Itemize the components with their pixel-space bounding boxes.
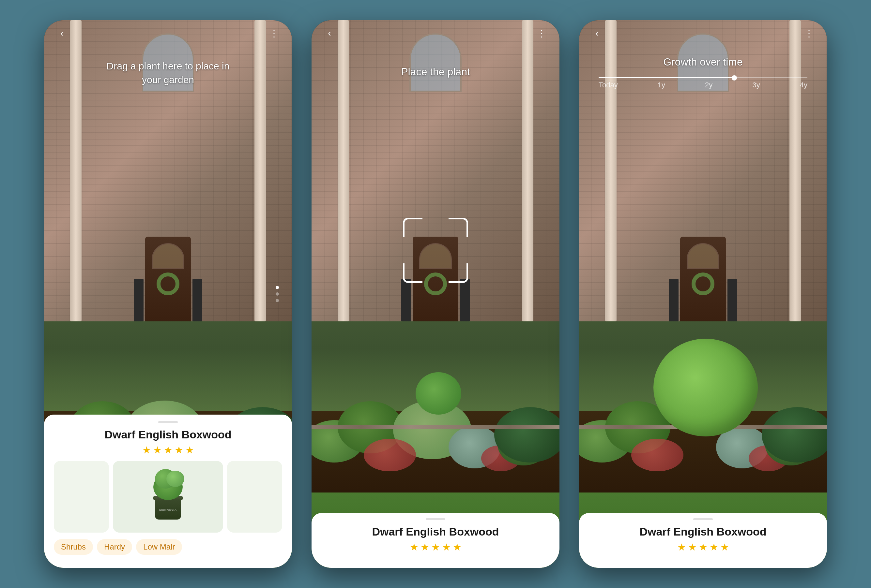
pot-label: MONROVIA — [159, 508, 177, 511]
plant-image-center: MONROVIA — [113, 461, 223, 533]
plant-image-left — [54, 461, 109, 533]
star-1: ★ — [142, 444, 151, 456]
timeline-labels: Today 1y 2y 3y 4y — [599, 81, 807, 89]
plant-tags: Shrubs Hardy Low Mair — [54, 539, 282, 555]
back-button[interactable]: ‹ — [321, 25, 338, 42]
pot-body: MONROVIA — [155, 500, 181, 519]
star-5: ★ — [185, 444, 194, 456]
phone-screen2: ‹ ⋮ Place the plant Dwarf English Boxwoo… — [311, 20, 560, 568]
corner-bl — [403, 263, 422, 283]
star-4: ★ — [442, 542, 451, 553]
tag-hardy[interactable]: Hardy — [97, 539, 132, 555]
large-plant-bush — [653, 339, 758, 436]
more-button[interactable]: ⋮ — [801, 25, 817, 42]
card-handle — [158, 421, 178, 423]
label-4y: 4y — [800, 81, 807, 89]
label-3y: 3y — [752, 81, 760, 89]
star-5: ★ — [453, 542, 462, 553]
top-bar: ‹ ⋮ — [44, 20, 292, 46]
star-5: ★ — [720, 542, 729, 553]
star-rating: ★ ★ ★ ★ ★ — [321, 542, 550, 553]
timeline-track — [599, 77, 807, 78]
star-3: ★ — [431, 542, 440, 553]
corner-tl — [403, 218, 422, 237]
growth-title: Growth over time — [579, 56, 827, 68]
more-button[interactable]: ⋮ — [266, 25, 282, 42]
instruction-text: Drag a plant here to place in your garde… — [44, 59, 292, 87]
star-2: ★ — [688, 542, 697, 553]
tag-shrubs[interactable]: Shrubs — [54, 539, 93, 555]
top-bar: ‹ ⋮ — [579, 20, 827, 46]
plant-info-card: Dwarf English Boxwood ★ ★ ★ ★ ★ — [311, 513, 560, 568]
dot-2 — [275, 293, 279, 295]
label-1y: 1y — [658, 81, 665, 89]
timeline-fill — [599, 77, 734, 78]
star-2: ★ — [153, 444, 162, 456]
plant-image-right — [227, 461, 282, 533]
plant-images: MONROVIA — [54, 461, 282, 533]
star-3: ★ — [699, 542, 708, 553]
star-3: ★ — [164, 444, 172, 456]
card-handle — [693, 518, 713, 520]
timeline-dot[interactable] — [732, 75, 737, 81]
plant-name: Dwarf English Boxwood — [589, 525, 817, 538]
plant-info-card: Dwarf English Boxwood ★ ★ ★ ★ ★ MONROVIA — [44, 415, 292, 568]
growth-timeline[interactable]: Today 1y 2y 3y 4y — [599, 77, 807, 89]
phone-screen3: ‹ ⋮ Growth over time Today 1y 2y 3y 4y D… — [579, 20, 827, 568]
plant-pot: MONROVIA — [153, 474, 183, 519]
instruction-text: Place the plant — [311, 66, 560, 78]
star-1: ★ — [410, 542, 419, 553]
tag-low-maintenance[interactable]: Low Mair — [136, 539, 182, 555]
plant-foliage — [153, 474, 183, 500]
star-1: ★ — [677, 542, 686, 553]
more-button[interactable]: ⋮ — [533, 25, 550, 42]
star-2: ★ — [421, 542, 429, 553]
back-button[interactable]: ‹ — [589, 25, 605, 42]
phone-screen1: ‹ ⋮ Drag a plant here to place in your g… — [44, 20, 292, 568]
top-bar: ‹ ⋮ — [311, 20, 560, 46]
placed-plant[interactable] — [416, 372, 461, 415]
corner-br — [449, 263, 468, 283]
back-button[interactable]: ‹ — [54, 25, 70, 42]
placement-target[interactable] — [403, 218, 468, 283]
plant-info-card: Dwarf English Boxwood ★ ★ ★ ★ ★ — [579, 513, 827, 568]
plant-name: Dwarf English Boxwood — [54, 428, 282, 441]
grown-plant — [653, 339, 758, 436]
label-2y: 2y — [705, 81, 712, 89]
label-today: Today — [599, 81, 618, 89]
card-handle — [426, 518, 445, 520]
dot-1 — [275, 286, 279, 289]
dot-3 — [275, 299, 279, 302]
plant-bush-placed — [416, 372, 461, 415]
star-rating: ★ ★ ★ ★ ★ — [54, 444, 282, 456]
star-4: ★ — [175, 444, 183, 456]
page-dots — [275, 286, 279, 302]
star-rating: ★ ★ ★ ★ ★ — [589, 542, 817, 553]
star-4: ★ — [709, 542, 718, 553]
plant-name: Dwarf English Boxwood — [321, 525, 550, 538]
corner-tr — [449, 218, 468, 237]
